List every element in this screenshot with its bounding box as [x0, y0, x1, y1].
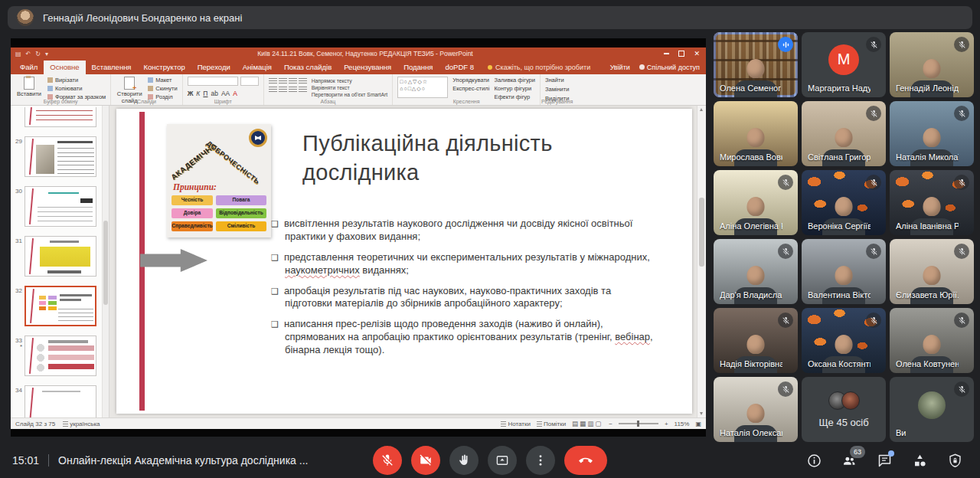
group-label: Абзац — [264, 99, 393, 104]
participant-tile[interactable]: Аліна Олегівна Н... — [714, 170, 798, 235]
reset-button[interactable]: Скинути — [148, 85, 177, 92]
slide-thumbnail[interactable]: 30 — [11, 186, 101, 227]
participant-tile[interactable]: Мирослава Вовк — [714, 101, 798, 166]
sign-in-button[interactable]: Увійти — [610, 64, 630, 71]
text-direction-button[interactable]: Напрямок тексту — [312, 78, 388, 83]
ribbon-tab[interactable]: doPDF 8 — [439, 61, 481, 74]
replace-button[interactable]: Замінити — [545, 86, 569, 93]
end-call-button[interactable] — [564, 446, 607, 475]
participant-tile[interactable]: Ви — [890, 377, 974, 442]
font-name-box[interactable] — [188, 77, 238, 86]
align-text-button[interactable]: Вирівняти текст — [312, 85, 388, 90]
notes-button[interactable]: Нотатки — [501, 421, 531, 427]
save-icon[interactable]: ▤ — [15, 51, 21, 57]
participant-tile[interactable]: ММаргарита Надут... — [802, 32, 886, 97]
shape-outline-button[interactable]: Контур фігури — [494, 85, 535, 92]
mic-off-icon — [870, 316, 878, 325]
ribbon-tab[interactable]: Файл — [14, 61, 44, 74]
participant-tile[interactable]: Наталія Олексан... — [714, 377, 798, 442]
thumbnail-scrollbar[interactable] — [102, 106, 109, 417]
comments-button[interactable]: Помітки — [537, 421, 566, 427]
restore-button[interactable] — [678, 51, 684, 57]
participant-tile[interactable]: Світлана Григорії... — [802, 101, 886, 166]
camera-off-button[interactable] — [411, 446, 440, 475]
slide-thumbnail[interactable]: 31 — [11, 236, 101, 277]
layout-button[interactable]: Макет — [148, 77, 177, 83]
ribbon-tab[interactable]: Конструктор — [138, 61, 191, 74]
quick-access-toolbar[interactable]: ▤ ↶ ↻ ▾ — [11, 51, 107, 57]
present-screen-button[interactable] — [488, 446, 517, 475]
muted-indicator — [954, 313, 969, 328]
participant-tile[interactable]: Валентина Вікто... — [802, 239, 886, 304]
font-size-box[interactable] — [240, 77, 259, 86]
editor-scrollbar[interactable] — [697, 106, 706, 417]
participant-tile[interactable]: Аліна Іванівна Ря... — [890, 170, 974, 235]
quick-styles-button[interactable]: Експрес-стилі — [452, 85, 489, 92]
zoom-in-button[interactable]: + — [665, 421, 668, 427]
zoom-out-button[interactable]: − — [609, 421, 612, 427]
shapes-gallery[interactable]: □○△▽◇☆⌂○□△◇○ — [397, 77, 448, 98]
smartart-button[interactable]: Перетворити на об'єкт SmartArt — [312, 92, 388, 97]
participant-tile[interactable]: Олена Семеног — [714, 32, 798, 97]
mic-off-icon — [870, 110, 878, 118]
ribbon-tab[interactable]: Переходи — [191, 61, 237, 74]
zoom-slider[interactable] — [619, 423, 658, 424]
fit-slide-button[interactable]: ▣ — [695, 421, 701, 427]
ribbon-tab[interactable]: Основне — [44, 61, 85, 74]
chat-button[interactable] — [876, 452, 893, 469]
activities-button[interactable] — [911, 452, 928, 469]
host-controls-button[interactable] — [946, 452, 963, 469]
more-options-button[interactable] — [526, 446, 555, 475]
undo-icon[interactable]: ↶ — [26, 51, 31, 57]
participant-tile[interactable]: Наталія Миколаї... — [890, 101, 974, 166]
principle-box: Відповідальність — [216, 208, 266, 218]
view-switcher[interactable]: ▤▦▥▢ — [572, 420, 603, 427]
redo-icon[interactable]: ↻ — [35, 51, 41, 57]
microphone-muted-button[interactable] — [373, 446, 402, 475]
paste-button[interactable]: Вставити — [15, 77, 43, 97]
participant-tile[interactable]: Дар'я Владисла... — [714, 239, 798, 304]
arrange-button[interactable]: Упорядкувати — [452, 77, 489, 83]
copy-button[interactable]: Копіювати — [47, 85, 106, 92]
participant-tile[interactable]: Олена Ковтунен... — [890, 308, 974, 373]
language-indicator[interactable]: українська — [63, 421, 100, 427]
participant-tile[interactable]: Ще 45 осіб — [802, 377, 886, 442]
share-button[interactable]: Спільний доступ — [639, 64, 700, 71]
slide-thumbnail[interactable]: 33* — [11, 336, 101, 376]
close-button[interactable]: ✕ — [694, 51, 700, 57]
participant-name: Єлизавета Юрії... — [896, 290, 959, 300]
ribbon-tab[interactable]: Подання — [397, 61, 439, 74]
font-format-buttons[interactable]: ЖКПabААА — [188, 90, 259, 97]
mic-off-icon — [782, 316, 790, 325]
slide-canvas: АКАДЕМІЧНА ДОБРОЧЕСНІСТЬ Принципи: Чесні… — [116, 109, 692, 414]
cut-button[interactable]: Вирізати — [47, 77, 106, 83]
meeting-details-button[interactable] — [805, 452, 822, 469]
shape-fill-button[interactable]: Заливка фігури — [494, 77, 535, 83]
raise-hand-button[interactable] — [449, 446, 479, 475]
ribbon-tab[interactable]: Анімація — [237, 61, 278, 74]
participant-tile[interactable]: Вероніка Сергіїв... — [802, 170, 886, 235]
show-everyone-button[interactable]: 63 — [841, 452, 858, 469]
ribbon-tab[interactable]: Показ слайдів — [278, 61, 338, 74]
find-button[interactable]: Знайти — [545, 77, 569, 83]
participant-name: Оксана Костянти... — [808, 359, 871, 368]
mic-off-icon — [958, 385, 966, 394]
tell-me-box[interactable]: Скажіть, що потрібно зробити — [488, 64, 590, 74]
participant-tile[interactable]: Оксана Костянти... — [802, 308, 886, 373]
qat-dropdown-icon[interactable]: ▾ — [45, 51, 48, 57]
presenting-banner: Геннадій Леонідович Бондаренко на екрані — [8, 6, 972, 29]
slide-thumbnail[interactable]: 34 — [11, 385, 101, 417]
participant-tile[interactable]: Геннадій Леонід... — [890, 32, 974, 97]
minimize-button[interactable] — [664, 53, 669, 54]
slide-thumbnail[interactable]: 29 — [11, 136, 101, 177]
ribbon-tab[interactable]: Вставлення — [86, 61, 138, 74]
participant-tile[interactable]: Надія Вікторівна ... — [714, 308, 798, 373]
participant-tile[interactable]: Єлизавета Юрії... — [890, 239, 974, 304]
videocam-off-icon — [419, 453, 433, 467]
slide-thumbnail[interactable]: 32 — [11, 286, 101, 326]
participant-name: Дар'я Владисла... — [720, 290, 782, 300]
slide-thumbnail[interactable] — [11, 107, 101, 127]
paragraph-buttons[interactable] — [269, 78, 307, 93]
ribbon-tab[interactable]: Рецензування — [338, 61, 397, 74]
zoom-level[interactable]: 115% — [675, 421, 690, 427]
